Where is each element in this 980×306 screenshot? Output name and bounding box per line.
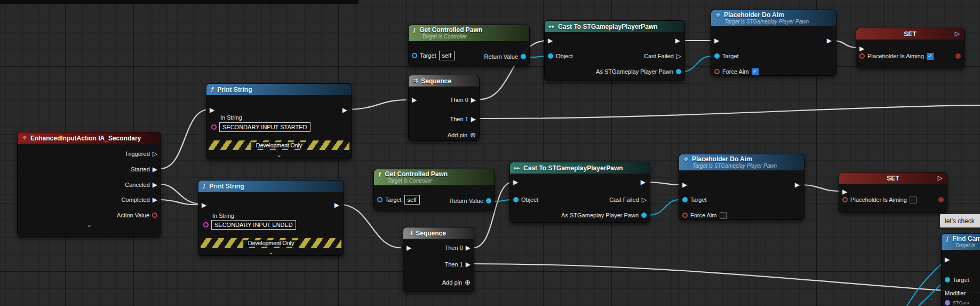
exec-out-pin[interactable]: ▶: [334, 201, 339, 209]
is-aiming-out-pin[interactable]: [938, 197, 944, 202]
exec-pin-started[interactable]: ▶: [153, 166, 157, 173]
collapse-chevron-icon[interactable]: ⌄: [18, 222, 161, 227]
node-find-camera[interactable]: ƒFind Cam Target is ▶ Target Modifier ST…: [941, 233, 980, 306]
exec-out-pin[interactable]: ▶: [827, 37, 832, 44]
target-pin[interactable]: [682, 197, 688, 202]
object-pin[interactable]: [513, 197, 519, 202]
node-print-string-ended[interactable]: ƒ Print String ▶ ▶ In String SECONDARY I…: [198, 180, 344, 256]
target-pin[interactable]: [945, 277, 950, 283]
in-string-field[interactable]: SECONDARY INPUT ENDED: [211, 220, 296, 230]
exec-in-pin[interactable]: ▶: [714, 37, 719, 44]
node-cast-bottom[interactable]: ▸▸ Cast To STGameplayPlayerPawn ▶ ▶ Obje…: [509, 162, 650, 223]
exec-pin-canceled[interactable]: ▶: [153, 181, 157, 189]
cast-failed-exec-pin[interactable]: ▷: [642, 196, 647, 203]
is-aiming-in-pin[interactable]: [842, 197, 848, 202]
exec-pin-triggered[interactable]: ▷: [153, 150, 157, 158]
blueprint-graph-canvas[interactable]: ❖ EnhancedInputAction IA_Secondary Trigg…: [0, 0, 980, 306]
node-set-top[interactable]: SET ▷ ▶ Placeholder Is Aiming ✓: [856, 28, 965, 68]
in-string-pin[interactable]: [203, 222, 209, 227]
node-enhanced-input-action[interactable]: ❖ EnhancedInputAction IA_Secondary Trigg…: [17, 132, 161, 237]
wire-completed-to-print[interactable]: [160, 200, 201, 205]
node-sequence-bottom[interactable]: ⇉ Sequence ▶ Then 0 ▶ Then 1 ▶ Add pin ⊕: [403, 227, 474, 292]
force-aim-checkbox[interactable]: [720, 212, 727, 219]
add-pin-icon[interactable]: ⊕: [470, 131, 476, 139]
pin-label: Triggered: [125, 151, 150, 157]
as-pawn-pin[interactable]: [676, 69, 681, 74]
as-pawn-pin[interactable]: [641, 213, 647, 218]
return-value-pin[interactable]: [486, 198, 491, 203]
in-string-pin[interactable]: [211, 124, 217, 130]
target-pin[interactable]: [714, 53, 720, 59]
exec-out-pin[interactable]: ▶: [342, 106, 347, 114]
struct-pin[interactable]: [945, 300, 950, 305]
exec-in-pin[interactable]: ▶: [513, 178, 518, 186]
node-cast-top[interactable]: ▸▸ Cast To STGameplayPlayerPawn ▶ ▶ Obje…: [544, 20, 685, 81]
force-aim-checkbox[interactable]: ✓: [752, 68, 759, 75]
pin-label: Target: [385, 197, 402, 203]
wire-cast-to-doaim-bottom[interactable]: [648, 182, 680, 185]
in-string-field[interactable]: SECONDARY INPUT STARTED: [219, 122, 310, 132]
is-aiming-out-pin[interactable]: [955, 53, 961, 59]
exec-out-pin[interactable]: ▶: [641, 178, 646, 186]
force-aim-pin[interactable]: [714, 69, 720, 74]
is-aiming-in-pin[interactable]: [859, 53, 865, 59]
wire-aspawn-to-target-bottom[interactable]: [648, 200, 680, 215]
then0-exec-pin[interactable]: ▶: [466, 244, 471, 252]
node-set-bottom[interactable]: SET ▷ ▶ Placeholder Is Aiming: [839, 172, 947, 213]
node-sequence-top[interactable]: ⇉ Sequence ▶ Then 0 ▶ Then 1 ▶ Add pin ⊕: [408, 75, 480, 141]
exec-in-pin[interactable]: ▶: [210, 106, 214, 114]
object-pin[interactable]: [548, 53, 553, 59]
function-icon: ƒ: [378, 171, 381, 177]
collapse-chevron-icon[interactable]: ⌄: [198, 249, 344, 255]
exec-in-pin[interactable]: ▶: [548, 37, 553, 44]
then1-exec-pin[interactable]: ▶: [466, 261, 471, 268]
target-self-field[interactable]: self: [439, 51, 455, 60]
node-do-aim-top[interactable]: ❖Placeholder Do Aim Target is STGameplay…: [711, 10, 836, 76]
force-aim-pin[interactable]: [682, 213, 688, 218]
exec-in-pin[interactable]: ▶: [842, 188, 847, 195]
wire-then1-bottom-offscreen[interactable]: [473, 264, 980, 293]
then1-exec-pin[interactable]: ▶: [471, 115, 476, 123]
exec-in-pin[interactable]: ▶: [412, 96, 417, 104]
exec-in-pin[interactable]: ▶: [945, 256, 950, 263]
exec-out-pin[interactable]: ▶: [675, 37, 680, 44]
exec-out-pin[interactable]: ▶: [795, 181, 800, 189]
wire-started-to-print[interactable]: [160, 109, 209, 169]
wire-print-to-sequence-top[interactable]: [347, 100, 406, 109]
collapse-chevron-icon[interactable]: ⌄: [206, 152, 352, 158]
action-value-pin[interactable]: [152, 213, 157, 218]
exec-in-pin[interactable]: ▶: [407, 244, 411, 252]
wire-doaim-to-set-bottom[interactable]: [799, 185, 840, 191]
pin-label: Target: [722, 53, 739, 59]
exec-in-pin[interactable]: ▶: [859, 45, 864, 52]
sequence-icon: ⇉: [413, 78, 418, 84]
cast-failed-exec-pin[interactable]: ▷: [676, 52, 681, 60]
pin-row-target: Target self: [377, 196, 420, 203]
node-do-aim-bottom[interactable]: ❖Placeholder Do Aim Target is STGameplay…: [679, 154, 804, 220]
is-aiming-checkbox[interactable]: ✓: [927, 53, 934, 60]
node-get-controlled-pawn-top[interactable]: ƒGet Controlled Pawn Target is Controlle…: [408, 25, 530, 66]
node-header: ❖Placeholder Do Aim Target is STGameplay…: [711, 10, 836, 26]
node-print-string-started[interactable]: ƒ Print String ▶ ▶ In String SECONDARY I…: [206, 83, 352, 159]
wire-aspawn-to-target-top[interactable]: [683, 56, 712, 72]
exec-in-pin[interactable]: ▶: [202, 201, 206, 209]
pin-label: As STGameplay Player Pawn: [561, 212, 639, 218]
add-pin-icon[interactable]: ⊕: [465, 279, 471, 286]
then0-exec-pin[interactable]: ▶: [471, 96, 476, 104]
return-value-pin[interactable]: [521, 54, 526, 59]
pin-label: Placeholder Is Aiming: [867, 53, 924, 59]
exec-in-pin[interactable]: ▶: [682, 181, 687, 189]
wire-print-to-sequence-bottom[interactable]: [340, 205, 401, 248]
target-self-field[interactable]: self: [404, 195, 420, 205]
is-aiming-checkbox[interactable]: [910, 197, 917, 203]
wire-canceled-to-print[interactable]: [160, 184, 201, 204]
node-get-controlled-pawn-bottom[interactable]: ƒGet Controlled Pawn Target is Controlle…: [373, 169, 495, 210]
pin-row-force-aim: Force Aim ✓: [714, 68, 759, 75]
exec-pin-completed[interactable]: ▶: [153, 196, 157, 203]
exec-out-pin[interactable]: ▷: [938, 174, 943, 182]
sequence-icon: ⇉: [408, 230, 412, 236]
exec-out-pin[interactable]: ▷: [955, 30, 960, 37]
wire-then1-top-offscreen[interactable]: [480, 105, 980, 119]
target-pin[interactable]: [412, 53, 417, 58]
target-pin[interactable]: [377, 197, 383, 202]
